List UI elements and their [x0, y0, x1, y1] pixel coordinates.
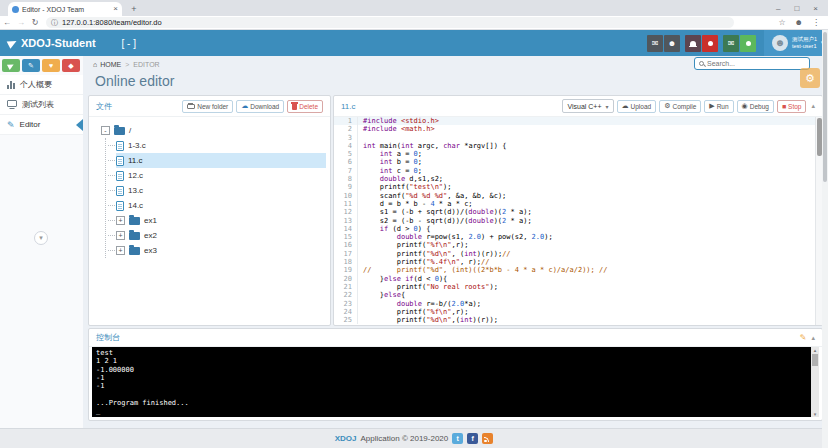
window-close-button[interactable]: × [813, 4, 818, 13]
tree-file-row[interactable]: 12.c [116, 168, 326, 183]
pencil-icon[interactable]: ✎ [800, 333, 807, 342]
expand-toggle-icon[interactable]: + [116, 216, 125, 225]
code-line[interactable]: 24 printf("%f\n",r); [334, 308, 815, 316]
settings-fab[interactable]: ⚙ [800, 68, 820, 88]
tree-folder-row[interactable]: +ex2 [116, 228, 326, 243]
expand-toggle-icon[interactable]: + [116, 231, 125, 240]
browser-tab[interactable]: Editor - XDOJ Team × [8, 2, 122, 16]
sidebar-item-editor[interactable]: ✎ Editor [0, 115, 83, 135]
code-line[interactable]: 19// printf("%d", (int)((2*b*b - 4 * a *… [334, 266, 815, 274]
user-menu[interactable]: ☻ 测试用户1 test-user1 ▾ [764, 30, 828, 56]
code-line[interactable]: 17 printf("%d\n", (int)(r));// [334, 250, 815, 258]
code-scrollbar[interactable] [815, 117, 822, 325]
code-line[interactable]: 25 printf("%d\n",(int)(r)); [334, 316, 815, 324]
file-icon [116, 186, 124, 196]
new-folder-button[interactable]: New folder [182, 100, 233, 113]
console-line: -1 [96, 374, 815, 382]
tasks-button[interactable]: ✉ [723, 35, 739, 52]
code-line[interactable]: 21 printf("No real roots"); [334, 283, 815, 291]
window-maximize-button[interactable]: □ [794, 4, 799, 13]
rss-icon[interactable] [482, 433, 493, 444]
sidebar-toggle[interactable]: [ - ] [122, 38, 136, 49]
code-line[interactable]: 1#include <stdio.h> [334, 117, 815, 125]
code-line[interactable]: 20 }else if(d < 0){ [334, 275, 815, 283]
bookmark-star-icon[interactable]: ☆ [778, 18, 785, 27]
code-line[interactable]: 23 double r=-b/(2.0*a); [334, 300, 815, 308]
code-line[interactable]: 12 s1 = (-b + sqrt(d))/(double)(2 * a); [334, 208, 815, 216]
twitter-icon[interactable]: t [452, 433, 463, 444]
tree-file-row[interactable]: 13.c [116, 183, 326, 198]
tree-folder-row[interactable]: +ex1 [116, 213, 326, 228]
new-tab-button[interactable]: + [128, 3, 140, 15]
collapse-toggle-icon[interactable]: - [101, 126, 110, 135]
browser-menu-icon[interactable]: ⋮ [812, 18, 820, 27]
quick-favorite-button[interactable]: ♥ [42, 59, 60, 72]
browser-tab-strip: Editor - XDOJ Team × + – □ × [0, 0, 828, 16]
code-line[interactable]: 9 printf("test\n"); [334, 183, 815, 191]
sidebar-collapse-button[interactable]: ▾ [34, 231, 48, 245]
facebook-icon[interactable]: f [467, 433, 478, 444]
users-button[interactable]: ☻ [664, 35, 680, 52]
code-line[interactable]: 14 if (d > 0) { [334, 225, 815, 233]
code-line[interactable]: 7 int c = 0; [334, 167, 815, 175]
code-line[interactable]: 8 double d,s1,s2; [334, 175, 815, 183]
brand[interactable]: XDOJ-Student [0, 37, 96, 49]
forward-icon[interactable]: → [14, 18, 28, 27]
code-line[interactable]: 11 d = b * b - 4 * a * c; [334, 200, 815, 208]
tree-file-row[interactable]: 11.c [116, 153, 326, 168]
search-input[interactable] [707, 60, 797, 67]
code-line[interactable]: 3 [334, 134, 815, 142]
stop-button[interactable]: ■Stop [777, 100, 807, 113]
scroll-down-icon[interactable]: ▾ [811, 411, 819, 417]
tree-file-row[interactable]: 1-3.c [116, 138, 326, 153]
quick-share-button[interactable]: ◆ [62, 59, 80, 72]
tab-close-icon[interactable]: × [113, 5, 118, 13]
breadcrumb-home[interactable]: ⌂ HOME [93, 61, 121, 68]
terminal[interactable]: test1 2 1-1.000000-1-1 ...Program finish… [92, 347, 819, 417]
edit-icon: ✎ [7, 120, 15, 130]
back-icon[interactable]: ← [0, 18, 14, 27]
footer-brand[interactable]: XDOJ [335, 434, 357, 443]
upload-button[interactable]: ☁Upload [617, 100, 657, 113]
compile-button[interactable]: ⚙Compile [659, 100, 701, 113]
tree-root-row[interactable]: - / [101, 123, 326, 138]
code-line[interactable]: 10 scanf("%d %d %d", &a, &b, &c); [334, 192, 815, 200]
expand-toggle-icon[interactable]: + [116, 246, 125, 255]
code-line[interactable]: 6 int b = 0; [334, 158, 815, 166]
terminal-scrollbar[interactable]: ▴ ▾ [811, 347, 819, 417]
url-box[interactable]: ⓘ 127.0.0.1:8080/team/editor.do [46, 17, 734, 28]
code-line[interactable]: 16 printf("%f\n",r); [334, 241, 815, 249]
code-line[interactable]: 4int main(int argc, char *argv[]) { [334, 142, 815, 150]
debug-button[interactable]: ◉Debug [737, 100, 774, 113]
tree-file-row[interactable]: 14.c [116, 198, 326, 213]
scroll-up-icon[interactable]: ▴ [814, 347, 817, 353]
collapse-chevron-icon[interactable]: ▴ [811, 102, 815, 110]
code-line[interactable]: 22 }else{ [334, 291, 815, 299]
page-scrollbar[interactable] [822, 30, 828, 448]
sidebar-item-profile[interactable]: 个人概要 [0, 75, 83, 95]
code-area[interactable]: 1#include <stdio.h>2#include <math.h>3 4… [334, 117, 815, 325]
collapse-chevron-icon[interactable]: ▴ [811, 334, 815, 342]
code-line[interactable]: 15 double r=pow(s1, 2.0) + pow(s2, 2.0); [334, 233, 815, 241]
quick-edit-button[interactable]: ✎ [22, 59, 40, 72]
scrollbar-thumb[interactable] [823, 32, 827, 182]
notifications-button[interactable] [685, 35, 701, 52]
code-line[interactable]: 13 s2 = (-b - sqrt(d))/(double)(2 * a); [334, 217, 815, 225]
code-line[interactable]: 2#include <math.h> [334, 125, 815, 133]
browser-profile-icon[interactable]: ☻ [795, 18, 803, 27]
reload-icon[interactable]: ↻ [28, 18, 42, 27]
code-line[interactable]: 18 printf("%.4f\n", r);// [334, 258, 815, 266]
delete-button[interactable]: Delete [287, 100, 323, 113]
messages-button[interactable]: ✉ [647, 35, 663, 52]
language-select[interactable]: Visual C++ ▾ [562, 99, 613, 113]
download-button[interactable]: ☁Download [236, 100, 284, 113]
tree-folder-row[interactable]: +ex3 [116, 243, 326, 258]
run-button[interactable]: ▶Run [704, 100, 733, 113]
sidebar-item-label: 测试列表 [22, 99, 54, 110]
info-icon[interactable]: ⓘ [51, 18, 58, 28]
sidebar-item-tests[interactable]: 测试列表 [0, 95, 83, 115]
quick-send-button[interactable] [2, 59, 20, 72]
scrollbar-thumb[interactable] [812, 354, 818, 366]
window-minimize-button[interactable]: – [776, 4, 780, 13]
code-line[interactable]: 5 int a = 0; [334, 150, 815, 158]
